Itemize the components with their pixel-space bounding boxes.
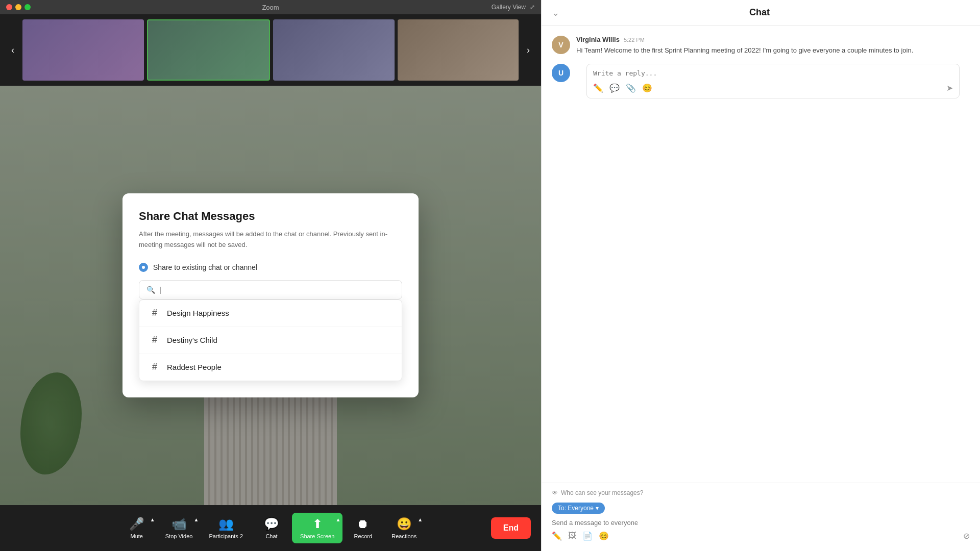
chat-collapse-icon[interactable]: ⌄	[552, 7, 559, 18]
participants-button[interactable]: 👥 Participants 2	[201, 513, 251, 543]
file-icon[interactable]: 📄	[582, 531, 593, 541]
mute-icon: 🎤	[129, 517, 144, 531]
reactions-caret[interactable]: ▲	[418, 517, 423, 522]
record-label: Record	[354, 533, 372, 539]
share-chat-modal: Share Chat Messages After the meeting, m…	[122, 193, 419, 397]
to-everyone-label: To: Everyone	[558, 505, 594, 512]
chat-label: Chat	[265, 533, 277, 539]
control-bar: 🎤 Mute ▲ 📹 Stop Video ▲ 👥 Participants 2…	[0, 505, 541, 551]
record-button[interactable]: ⏺ Record	[342, 513, 383, 543]
reactions-icon: 😀	[397, 517, 412, 531]
reply-input[interactable]	[593, 69, 953, 77]
message-text: Hi Team! Welcome to the first Sprint Pla…	[576, 45, 913, 56]
record-icon: ⏺	[357, 517, 369, 531]
reply-area: U ✏️ 💬 📎 😊 ➤	[552, 64, 970, 103]
attachment-icon[interactable]: 📎	[626, 83, 636, 93]
expand-icon[interactable]: ⤢	[530, 4, 535, 11]
gallery-thumb-3[interactable]	[273, 19, 395, 81]
share-screen-label: Share Screen	[300, 533, 334, 539]
title-bar: Zoom Gallery View ⤢	[0, 0, 541, 14]
chat-header: ⌄ Chat	[542, 0, 980, 26]
title-bar-right: Gallery View ⤢	[492, 4, 535, 11]
channel-hash-icon: #	[150, 362, 160, 372]
send-message-input[interactable]	[552, 519, 638, 527]
stop-video-caret[interactable]: ▲	[193, 517, 199, 522]
channel-item-design-happiness[interactable]: # Design Happiness	[139, 300, 402, 327]
image-icon[interactable]: 🖼	[568, 531, 576, 541]
mute-button[interactable]: 🎤 Mute ▲	[116, 513, 157, 543]
modal-overlay: Share Chat Messages After the meeting, m…	[0, 86, 541, 505]
to-everyone-chevron: ▾	[596, 505, 599, 512]
filter-icon[interactable]: ⊘	[963, 531, 970, 541]
window-controls	[6, 4, 31, 10]
chat-icon: 💬	[264, 517, 279, 531]
chat-footer-icons: ✏️ 🖼 📄 😊 ⊘	[552, 527, 970, 545]
chat-messages: V Virginia Willis 5:22 PM Hi Team! Welco…	[542, 26, 980, 483]
to-everyone-button[interactable]: To: Everyone ▾	[552, 503, 605, 514]
channel-dropdown: # Design Happiness # Destiny's Child # R…	[139, 299, 402, 381]
radio-option-existing[interactable]: Share to existing chat or channel	[139, 263, 402, 272]
emoji-icon[interactable]: 😊	[642, 83, 652, 93]
emoji-footer-icon[interactable]: 😊	[599, 531, 609, 541]
gallery-view-label[interactable]: Gallery View	[492, 4, 526, 11]
eye-icon: 👁	[552, 489, 558, 496]
channel-hash-icon: #	[150, 335, 160, 345]
gallery-thumb-4[interactable]	[398, 19, 519, 81]
radio-button-selected[interactable]	[139, 263, 148, 272]
chat-footer: 👁 Who can see your messages? To: Everyon…	[542, 483, 980, 551]
channel-search-input[interactable]	[159, 286, 395, 294]
channel-name: Destiny's Child	[167, 336, 217, 344]
maximize-button[interactable]	[24, 4, 31, 10]
chat-button[interactable]: 💬 Chat	[251, 513, 292, 543]
mention-icon[interactable]: 💬	[609, 83, 620, 93]
send-reply-icon[interactable]: ➤	[946, 83, 953, 93]
radio-option-label: Share to existing chat or channel	[153, 263, 257, 271]
chat-panel: ⌄ Chat V Virginia Willis 5:22 PM Hi Team…	[541, 0, 980, 551]
stop-video-icon: 📹	[172, 517, 187, 531]
gallery-thumbnails	[22, 19, 519, 81]
message-content: Virginia Willis 5:22 PM Hi Team! Welcome…	[576, 36, 913, 56]
channel-hash-icon: #	[150, 308, 160, 318]
channel-item-raddest-people[interactable]: # Raddest People	[139, 354, 402, 381]
who-can-see-label: Who can see your messages?	[561, 489, 643, 496]
video-area: Zoom Gallery View ⤢ ‹ › Share Chat Me	[0, 0, 541, 551]
modal-description: After the meeting, messages will be adde…	[139, 229, 402, 251]
channel-search-box[interactable]: 🔍	[139, 280, 402, 299]
to-everyone-row: To: Everyone ▾	[552, 503, 970, 514]
close-button[interactable]	[6, 4, 12, 10]
channel-item-destinys-child[interactable]: # Destiny's Child	[139, 327, 402, 354]
gallery-thumb-1[interactable]	[22, 19, 144, 81]
window-title: Zoom	[262, 4, 279, 11]
share-screen-button[interactable]: ⬆ Share Screen ▲	[292, 513, 342, 543]
mute-label: Mute	[131, 533, 143, 539]
reply-box[interactable]: ✏️ 💬 📎 😊 ➤	[586, 64, 960, 98]
chat-title: Chat	[749, 7, 770, 18]
gallery-strip: ‹ ›	[0, 14, 541, 86]
mute-caret[interactable]: ▲	[150, 517, 155, 522]
share-screen-icon: ⬆	[312, 517, 323, 531]
who-can-see: 👁 Who can see your messages?	[552, 489, 970, 496]
gallery-next-button[interactable]: ›	[521, 19, 536, 81]
reply-actions: ✏️ 💬 📎 😊 ➤	[593, 83, 953, 93]
participants-icon: 👥	[218, 517, 234, 531]
reply-form: ✏️ 💬 📎 😊 ➤	[576, 64, 970, 103]
minimize-button[interactable]	[15, 4, 21, 10]
message-header: Virginia Willis 5:22 PM	[576, 36, 913, 43]
stop-video-button[interactable]: 📹 Stop Video ▲	[157, 513, 201, 543]
search-icon: 🔍	[146, 286, 155, 294]
gallery-prev-button[interactable]: ‹	[5, 19, 20, 81]
gallery-thumb-2[interactable]	[147, 19, 271, 81]
stop-video-label: Stop Video	[165, 533, 193, 539]
format-icon[interactable]: ✏️	[593, 83, 603, 93]
channel-name: Design Happiness	[167, 309, 229, 317]
current-user-avatar: U	[552, 64, 570, 82]
participants-label: Participants 2	[209, 533, 243, 539]
edit-icon[interactable]: ✏️	[552, 531, 562, 541]
share-screen-caret[interactable]: ▲	[335, 517, 340, 522]
end-button[interactable]: End	[491, 517, 531, 539]
reactions-button[interactable]: 😀 Reactions ▲	[383, 513, 425, 543]
modal-title: Share Chat Messages	[139, 210, 402, 223]
reactions-label: Reactions	[391, 533, 416, 539]
message-time: 5:22 PM	[624, 37, 645, 43]
channel-name: Raddest People	[167, 363, 222, 371]
